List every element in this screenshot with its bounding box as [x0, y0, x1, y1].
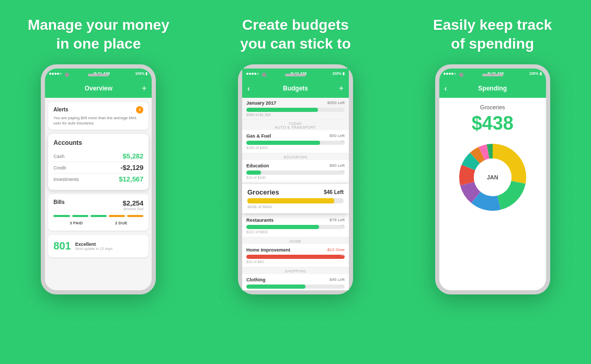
spending-category: Groceries: [480, 104, 505, 110]
status-bar-1: ▲ 9:41 AM 100% ▮: [45, 69, 152, 79]
bills-due: 2 DUE: [115, 221, 128, 225]
bills-bars: [53, 215, 143, 219]
spending-content: Groceries $438: [439, 98, 546, 220]
budget-item-groceries[interactable]: Groceries $46 Left $438 of $484: [242, 184, 349, 213]
account-row-credit: Credit -$2,129: [53, 162, 143, 174]
credit-score: 801: [53, 240, 71, 252]
alert-text: You are paying $45 more than the average…: [53, 116, 143, 126]
status-bar-3: ▲ 9:41 AM 100% ▮: [439, 69, 546, 79]
nav-back-2[interactable]: ‹: [247, 84, 250, 93]
nav-title-2: Budgets: [283, 85, 308, 92]
budget-item-clothing[interactable]: Clothing $46 Left $154 of $200: [242, 274, 349, 290]
budget-item-restaurants[interactable]: Restaurants $78 Left $222 of $300 ✏: [242, 214, 349, 237]
phone-3-camera: [459, 73, 463, 77]
phone-1-screen: ▲ 9:41 AM 100% ▮ Overview + Alerts 1 Yo: [45, 69, 152, 290]
status-bar-2: ▲ 9:41 AM 100% ▮: [242, 69, 349, 79]
bills-paid: 3 PAID: [70, 221, 83, 225]
account-row-investments: Investments $12,567: [53, 174, 143, 185]
nav-title-3: Spending: [478, 85, 507, 92]
budget-item-education[interactable]: Education $90 Left $10 of $100 ✏: [242, 160, 349, 183]
nav-plus-1[interactable]: +: [142, 84, 146, 93]
nav-back-3[interactable]: ‹: [445, 84, 447, 93]
credit-label: Excellent: [75, 242, 113, 247]
credit-card: 801 Excellent Next update in 15 days: [48, 235, 149, 257]
column-1: Manage your moneyin one place ▲: [0, 0, 197, 364]
column-2: Create budgetsyou can stick to ▲: [197, 0, 394, 364]
budget-item-home[interactable]: Home Improvement -$12 Over $32 of $40 ✏: [242, 244, 349, 267]
spending-amount: $438: [472, 112, 514, 134]
phone-2-screen: ▲ 9:41 AM 100% ▮ ‹ Budgets + Januar: [242, 69, 349, 290]
phone-3-screen: ▲ 9:41 AM 100% ▮ ‹ Spending Groceries $4…: [439, 69, 546, 290]
budget-list: January 2017 $350 Left $950 of $1,300 TO…: [242, 98, 349, 290]
nav-bar-2: ‹ Budgets +: [242, 79, 349, 98]
phone-3: ▲ 9:41 AM 100% ▮ ‹ Spending Groceries $4…: [435, 64, 550, 294]
donut-label: JAN: [487, 174, 498, 180]
column-3: Easily keep trackof spending ▲: [394, 0, 591, 364]
col3-title: Easily keep trackof spending: [433, 16, 552, 54]
nav-bar-1: Overview +: [45, 79, 152, 98]
bills-amount: $2,254: [123, 199, 144, 207]
nav-plus-2[interactable]: +: [339, 84, 344, 93]
budget-item-gas[interactable]: Gas & Fuel $50 Left $150 of $200 ✏: [242, 130, 349, 153]
page-wrapper: Manage your moneyin one place ▲: [0, 0, 591, 364]
bills-card: Bills $2,254 Amount Due: [48, 194, 149, 231]
account-row-cash: Cash $5,282: [53, 151, 143, 162]
col1-title: Manage your moneyin one place: [28, 16, 169, 54]
phone-2: ▲ 9:41 AM 100% ▮ ‹ Budgets + Januar: [238, 64, 353, 294]
phone-2-camera: [262, 73, 266, 77]
bills-label: Amount Due: [123, 207, 144, 211]
alert-card: Alerts 1 You are paying $45 more than th…: [48, 102, 149, 130]
accounts-card: Accounts Cash $5,282 Credit -$2,129 Inve…: [48, 134, 149, 190]
accounts-title: Accounts: [53, 139, 143, 146]
nav-bar-3: ‹ Spending: [439, 79, 546, 98]
credit-sub: Next update in 15 days: [75, 247, 113, 251]
nav-title-1: Overview: [85, 85, 112, 92]
budget-item-jan[interactable]: January 2017 $350 Left $950 of $1,300: [242, 98, 349, 120]
col2-title: Create budgetsyou can stick to: [240, 16, 351, 54]
alert-title: Alerts: [53, 107, 68, 112]
alert-badge: 1: [136, 106, 143, 113]
phone-1: ▲ 9:41 AM 100% ▮ Overview + Alerts 1 Yo: [41, 64, 156, 294]
bills-title: Bills: [53, 199, 64, 205]
donut-chart: JAN: [456, 141, 529, 214]
